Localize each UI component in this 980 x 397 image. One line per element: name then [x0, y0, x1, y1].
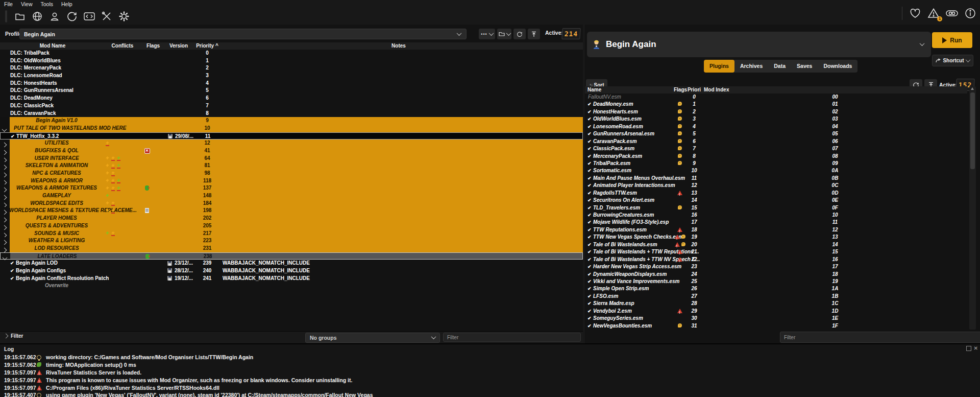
plugin-row[interactable]: ✔Sierra Madre.esp281C: [585, 300, 967, 307]
export-modlist-button[interactable]: [528, 29, 540, 39]
enabled-checkmark-icon[interactable]: ✔: [587, 219, 592, 226]
header-notes[interactable]: Notes: [223, 42, 575, 50]
mod-row[interactable]: Begin Again V1.09: [0, 117, 583, 125]
enabled-checkmark-icon[interactable]: ✔: [587, 212, 592, 219]
header-flags[interactable]: Flags: [138, 42, 168, 50]
plugin-row[interactable]: ✔RagdollsTTW.esm130D: [585, 190, 967, 197]
enabled-checkmark-icon[interactable]: ✔: [587, 322, 592, 330]
enabled-checkmark-icon[interactable]: ✔: [587, 315, 592, 322]
tab-downloads[interactable]: Downloads: [818, 60, 857, 73]
mod-row[interactable]: WORLDSPACE EDITS184: [0, 200, 583, 207]
mod-row[interactable]: LOD RESOURCES231: [0, 245, 583, 252]
enabled-checkmark-icon[interactable]: ✔: [587, 308, 592, 315]
plugin-row[interactable]: ✔GunRunnersArsenal.esm505: [585, 130, 967, 137]
plugin-row[interactable]: ✔DeadMoney.esm101: [585, 101, 967, 108]
enabled-checkmark-icon[interactable]: ✔: [587, 138, 592, 145]
mod-filter-input[interactable]: Filter: [443, 333, 581, 342]
header-mod-name[interactable]: Mod Name: [10, 42, 95, 50]
enabled-checkmark-icon[interactable]: ✔: [587, 123, 592, 130]
mod-row[interactable]: SKELETON & ANIMATION81: [0, 162, 583, 170]
header-plugin-name[interactable]: Name: [587, 86, 628, 94]
undock-log-icon[interactable]: [966, 346, 971, 351]
enabled-checkmark-icon[interactable]: ✔: [587, 204, 592, 212]
mod-row[interactable]: DLC: LonesomeRoad3: [0, 72, 583, 80]
plugin-row[interactable]: ✔Tale of Bi Wastelands + TTW NV Speech C…: [585, 256, 967, 263]
mod-row[interactable]: PLAYER HOMES202: [0, 215, 583, 222]
game-instance-button[interactable]: [31, 10, 44, 23]
enabled-checkmark-icon[interactable]: ✔: [587, 153, 592, 160]
mod-row[interactable]: UTILITIES12: [0, 139, 583, 147]
mod-row[interactable]: DLC: TribalPack0: [0, 50, 583, 57]
scroll-up-icon[interactable]: [971, 87, 974, 90]
enabled-checkmark-icon[interactable]: ✔: [587, 263, 592, 270]
menu-help[interactable]: Help: [61, 1, 72, 7]
plugin-row[interactable]: ✔LFSO.esm271B: [585, 293, 967, 300]
mod-row[interactable]: DLC: OldWorldBlues1: [0, 57, 583, 65]
plugin-row[interactable]: ✔TTW New Vegas Speech Checks.esm1913: [585, 233, 967, 241]
mod-row[interactable]: WEAPONS & ARMOR TEXTURES137: [0, 184, 583, 192]
mod-row[interactable]: Overwrite: [0, 282, 583, 290]
enabled-checkmark-icon[interactable]: ✔: [587, 115, 592, 123]
enabled-checkmark-icon[interactable]: ✔: [587, 226, 592, 233]
plugin-row[interactable]: ✔LonesomeRoad.esm404: [585, 123, 967, 130]
enabled-checkmark-icon[interactable]: ✔: [587, 293, 592, 300]
mod-row[interactable]: ✔Begin Again Configs28/12/...240WABBAJAC…: [0, 267, 583, 275]
plugin-row[interactable]: ✔CaravanPack.esm606: [585, 138, 967, 145]
tab-plugins[interactable]: Plugins: [704, 60, 734, 73]
header-plugin-mod-index[interactable]: Mod Index: [704, 86, 740, 94]
more-actions-button[interactable]: •••: [479, 29, 495, 39]
enabled-checkmark-icon[interactable]: ✔: [587, 160, 592, 167]
mod-row[interactable]: DLC: DeadMoney6: [0, 95, 583, 102]
mod-row[interactable]: QUESTS & ADVENTURES205: [0, 222, 583, 230]
plugin-row[interactable]: ✔Sortomatic.esm100A: [585, 167, 967, 174]
refresh-button[interactable]: [65, 10, 79, 23]
plugin-row[interactable]: ✔Securitrons On Alert.esm140E: [585, 197, 967, 204]
plugin-row[interactable]: ✔NewVegasBounties.esm311F: [585, 322, 967, 330]
mod-row[interactable]: WORLDSPACE MESHES & TEXTURE REPLACEME...…: [0, 207, 583, 215]
close-log-icon[interactable]: ✕: [974, 346, 978, 351]
enabled-checkmark-icon[interactable]: ✔: [587, 130, 592, 137]
plugin-row[interactable]: ✔HonestHearts.esm202: [585, 108, 967, 115]
group-by-select[interactable]: No groups: [305, 333, 440, 343]
refresh-modlist-button[interactable]: [513, 29, 526, 39]
plugin-row[interactable]: ✔TTW Reputations.esm1812: [585, 226, 967, 233]
mod-row[interactable]: USER INTERFACE64: [0, 155, 583, 162]
mod-row[interactable]: WEAPONS & ARMOR118: [0, 177, 583, 185]
filter-toggle[interactable]: Filter: [4, 333, 23, 339]
enabled-checkmark-icon[interactable]: ✔: [10, 267, 14, 275]
mod-row[interactable]: PUT TALE OF TWO WASTELANDS MOD HERE10: [0, 125, 583, 132]
enabled-checkmark-icon[interactable]: ✔: [587, 233, 592, 241]
enabled-checkmark-icon[interactable]: ✔: [587, 271, 592, 278]
enabled-checkmark-icon[interactable]: ✔: [587, 108, 592, 115]
settings-button[interactable]: [117, 10, 131, 23]
toolbar-handle[interactable]: [5, 10, 7, 22]
header-conflicts[interactable]: Conflicts: [105, 42, 140, 50]
plugin-row[interactable]: ✔Tale of Bi Wastelands.esm2014: [585, 241, 967, 248]
endorse-button[interactable]: [945, 7, 959, 20]
menu-view[interactable]: View: [21, 1, 33, 7]
profile-button[interactable]: [48, 10, 61, 23]
run-button[interactable]: Run: [932, 32, 972, 48]
mod-row[interactable]: DLC: HonestHearts4: [0, 80, 583, 87]
header-version[interactable]: Version: [167, 42, 190, 50]
enabled-checkmark-icon[interactable]: ✔: [587, 256, 592, 263]
enabled-checkmark-icon[interactable]: ✔: [587, 241, 592, 248]
enabled-checkmark-icon[interactable]: ✔: [587, 300, 592, 307]
enabled-checkmark-icon[interactable]: ✔: [587, 248, 592, 255]
enabled-checkmark-icon[interactable]: ✔: [587, 285, 592, 292]
plugin-row[interactable]: ✔SomeguySeries.esm301E: [585, 315, 967, 322]
plugin-row[interactable]: ✔Vendyboi 2.esm291D: [585, 308, 967, 315]
plugin-row[interactable]: ✔Harder New Vegas Strip Access.esm2317: [585, 263, 967, 270]
mod-row[interactable]: DLC: MercenaryPack2: [0, 64, 583, 72]
enabled-checkmark-icon[interactable]: ✔: [587, 197, 592, 204]
plugin-row[interactable]: ✔Vikki and Vance Improvements.esm2519: [585, 278, 967, 285]
enabled-checkmark-icon[interactable]: ✔: [587, 278, 592, 285]
plugin-row[interactable]: ✔Mojave Wildlife (FO3-Style).esp1711: [585, 219, 967, 226]
tools-button[interactable]: [100, 10, 113, 23]
enabled-checkmark-icon[interactable]: ✔: [587, 167, 592, 174]
mod-row[interactable]: ✔Begin Again LOD23/12/...239WABBAJACK_NO…: [0, 260, 583, 267]
plugin-row[interactable]: ✔TLD_Travelers.esm150F: [585, 204, 967, 212]
tab-saves[interactable]: Saves: [791, 60, 818, 73]
mod-row[interactable]: DLC: GunRunnersArsenal5: [0, 87, 583, 95]
tab-archives[interactable]: Archives: [734, 60, 768, 73]
